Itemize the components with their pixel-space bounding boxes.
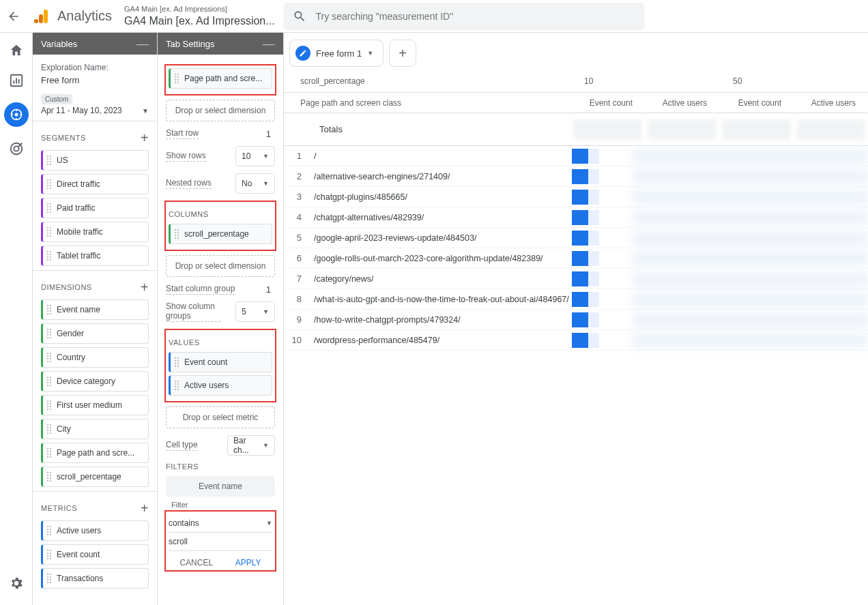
cell-type-label: Cell type bbox=[166, 440, 198, 451]
search-input[interactable] bbox=[316, 11, 635, 22]
table-row[interactable]: 4/chatgpt-alternatives/482939/ bbox=[284, 207, 868, 228]
back-arrow-icon[interactable] bbox=[5, 8, 22, 25]
table-row[interactable]: 8/what-is-auto-gpt-and-is-now-the-time-t… bbox=[284, 289, 868, 310]
columns-chip[interactable]: scroll_percentage bbox=[169, 224, 272, 244]
filter-dimension[interactable]: Event name bbox=[166, 476, 275, 497]
table-row[interactable]: 9/how-to-write-chatgpt-prompts/479324/ bbox=[284, 310, 868, 330]
values-highlight-box: VALUES Event countActive users bbox=[164, 329, 276, 402]
col-dimension-label: scroll_percentage bbox=[284, 76, 570, 86]
tab-label: Free form 1 bbox=[316, 48, 362, 59]
rows-highlight-box: Page path and scre... bbox=[164, 64, 276, 95]
chip-scroll-percentage[interactable]: scroll_percentage bbox=[41, 467, 149, 487]
date-range-selector[interactable]: Apr 11 - May 10, 2023 ▼ bbox=[41, 106, 149, 115]
table-row[interactable]: 10/wordpress-performance/485479/ bbox=[284, 330, 868, 351]
nested-rows-label: Nested rows bbox=[166, 178, 212, 189]
chip-mobile-traffic[interactable]: Mobile traffic bbox=[41, 222, 149, 242]
show-col-select[interactable]: 5▼ bbox=[235, 301, 275, 322]
value-chip[interactable]: Event count bbox=[169, 352, 272, 372]
chip-first-user-medium[interactable]: First user medium bbox=[41, 395, 149, 415]
table-row[interactable]: 5/google-april-2023-reviews-update/48450… bbox=[284, 228, 868, 248]
home-icon[interactable] bbox=[8, 42, 25, 59]
filter-apply-button[interactable]: APPLY bbox=[235, 558, 261, 567]
add-segment-icon[interactable]: + bbox=[141, 131, 149, 145]
chip-us[interactable]: US bbox=[41, 150, 149, 171]
admin-gear-icon[interactable] bbox=[8, 575, 25, 591]
exploration-tab[interactable]: Free form 1 ▼ bbox=[289, 40, 384, 67]
svg-rect-1 bbox=[39, 14, 43, 23]
metric-col[interactable]: Active users bbox=[645, 98, 719, 108]
filter-condition-select[interactable]: contains▼ bbox=[169, 514, 272, 533]
values-dropzone[interactable]: Drop or select metric bbox=[166, 407, 275, 428]
advertising-icon[interactable] bbox=[8, 141, 25, 157]
chip-paid-traffic[interactable]: Paid traffic bbox=[41, 198, 149, 218]
start-col-label: Start column group bbox=[166, 284, 235, 295]
value-chip[interactable]: Active users bbox=[169, 375, 272, 396]
explore-icon[interactable] bbox=[4, 102, 29, 127]
results-table: scroll_percentage 10 50 Page path and sc… bbox=[284, 70, 868, 351]
variables-panel: Variables — Exploration Name: Free form … bbox=[33, 33, 158, 605]
table-row[interactable]: 3/chatgpt-plugins/485665/ bbox=[284, 187, 868, 207]
columns-highlight-box: COLUMNS scroll_percentage bbox=[164, 201, 276, 251]
svg-point-8 bbox=[14, 113, 18, 117]
chip-direct-traffic[interactable]: Direct traffic bbox=[41, 174, 149, 194]
totals-label: Totals bbox=[284, 124, 570, 134]
caret-down-icon: ▼ bbox=[142, 107, 149, 115]
cell-type-select[interactable]: Bar ch...▼ bbox=[227, 435, 275, 456]
chip-event-count[interactable]: Event count bbox=[41, 544, 149, 565]
search-icon bbox=[293, 10, 306, 23]
tab-menu-caret-icon[interactable]: ▼ bbox=[367, 50, 373, 57]
nested-rows-select[interactable]: No▼ bbox=[235, 173, 275, 194]
start-row-label: Start row bbox=[166, 128, 199, 139]
exploration-name-value[interactable]: Free form bbox=[41, 75, 149, 85]
metric-col[interactable]: Active users bbox=[794, 98, 868, 108]
svg-rect-6 bbox=[18, 79, 19, 83]
table-row[interactable]: 2/alternative-search-engines/271409/ bbox=[284, 166, 868, 187]
tab-settings-header: Tab Settings — bbox=[158, 33, 283, 55]
table-row[interactable]: 1/ bbox=[284, 146, 868, 166]
reports-icon[interactable] bbox=[8, 72, 25, 89]
property-selector[interactable]: GA4 Main [ex. Ad Impressions] GA4 Main [… bbox=[124, 5, 275, 27]
show-rows-select[interactable]: 10▼ bbox=[235, 146, 275, 166]
start-col-value[interactable]: 1 bbox=[266, 284, 275, 295]
chip-transactions[interactable]: Transactions bbox=[41, 568, 149, 589]
top-bar: Analytics GA4 Main [ex. Ad Impressions] … bbox=[0, 0, 868, 33]
row-dimension-label: Page path and screen class bbox=[284, 98, 570, 108]
filter-value-input[interactable]: scroll bbox=[169, 533, 272, 551]
columns-dropzone[interactable]: Drop or select dimension bbox=[166, 255, 275, 277]
svg-rect-0 bbox=[44, 10, 48, 23]
table-row[interactable]: 6/google-rolls-out-march-2023-core-algor… bbox=[284, 248, 868, 269]
filters-label: FILTERS bbox=[166, 462, 275, 471]
chip-active-users[interactable]: Active users bbox=[41, 520, 149, 541]
svg-rect-4 bbox=[13, 80, 14, 84]
minimize-tabsettings-icon[interactable]: — bbox=[263, 37, 275, 51]
search-box[interactable] bbox=[283, 3, 645, 30]
chip-country[interactable]: Country bbox=[41, 347, 149, 368]
variables-title: Variables bbox=[41, 39, 77, 49]
table-row[interactable]: 7/category/news/ bbox=[284, 269, 868, 289]
chip-page-path-and-scre-[interactable]: Page path and scre... bbox=[41, 443, 149, 463]
rows-chip[interactable]: Page path and scre... bbox=[169, 68, 272, 89]
chip-city[interactable]: City bbox=[41, 419, 149, 439]
property-stream: GA4 Main [ex. Ad Impression... bbox=[124, 14, 275, 27]
chip-tablet-traffic[interactable]: Tablet traffic bbox=[41, 246, 149, 266]
start-row-value[interactable]: 1 bbox=[266, 129, 275, 139]
minimize-variables-icon[interactable]: — bbox=[136, 37, 149, 51]
chip-event-name[interactable]: Event name bbox=[41, 299, 149, 320]
filter-highlight-box: contains▼ scroll CANCEL APPLY bbox=[164, 510, 276, 572]
variables-header: Variables — bbox=[33, 33, 157, 55]
add-metric-icon[interactable]: + bbox=[141, 501, 149, 515]
add-tab-button[interactable]: + bbox=[389, 40, 416, 67]
date-range-value: Apr 11 - May 10, 2023 bbox=[41, 106, 122, 115]
metric-col[interactable]: Event count bbox=[570, 98, 645, 108]
rows-dropzone[interactable]: Drop or select dimension bbox=[166, 100, 275, 121]
left-nav-rail bbox=[0, 33, 33, 605]
add-dimension-icon[interactable]: + bbox=[141, 280, 149, 294]
col-value-0: 10 bbox=[570, 76, 719, 86]
metrics-label: METRICS bbox=[41, 504, 77, 512]
show-col-label: Show column groups bbox=[166, 301, 220, 322]
chip-label: Page path and scre... bbox=[184, 74, 262, 83]
metric-col[interactable]: Event count bbox=[719, 98, 794, 108]
filter-cancel-button[interactable]: CANCEL bbox=[179, 558, 213, 567]
chip-gender[interactable]: Gender bbox=[41, 323, 149, 344]
chip-device-category[interactable]: Device category bbox=[41, 371, 149, 392]
